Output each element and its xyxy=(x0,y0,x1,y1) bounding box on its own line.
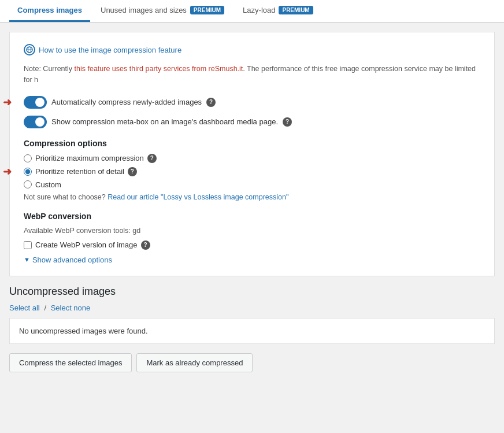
tab-unused[interactable]: Unused images and sizes PREMIUM xyxy=(92,0,232,22)
radio-max-label[interactable]: Prioritize maximum compression xyxy=(35,154,144,162)
auto-compress-help-icon[interactable]: ? xyxy=(206,98,216,107)
radio-detail-label[interactable]: Prioritize retention of detail xyxy=(35,167,124,176)
meta-box-label: Show compression meta-box on an image's … xyxy=(51,117,278,126)
tab-compress-label: Compress images xyxy=(17,6,82,14)
meta-box-help-icon[interactable]: ? xyxy=(283,117,292,127)
auto-compress-toggle[interactable] xyxy=(24,96,47,109)
detail-help-icon[interactable]: ? xyxy=(128,167,137,176)
radio-detail-input[interactable] xyxy=(24,168,32,176)
no-images-text: No uncompressed images were found. xyxy=(19,327,148,335)
radio-max-compression: Prioritize maximum compression ? xyxy=(24,154,480,163)
tab-unused-label: Unused images and sizes xyxy=(101,6,187,14)
webp-tools-text: Available WebP conversion tools: gd xyxy=(24,227,480,235)
unused-badge: PREMIUM xyxy=(190,6,224,14)
no-images-box: No uncompressed images were found. xyxy=(9,318,495,344)
radio-custom: Custom xyxy=(24,180,480,189)
create-webp-checkbox[interactable] xyxy=(24,241,32,249)
meta-box-row: Show compression meta-box on an image's … xyxy=(24,116,480,128)
uncompressed-title: Uncompressed images xyxy=(9,286,495,298)
page-wrapper: Compress images Unused images and sizes … xyxy=(0,0,504,433)
create-webp-help-icon[interactable]: ? xyxy=(141,240,150,250)
tab-lazyload-label: Lazy-load xyxy=(243,6,275,14)
how-to-link[interactable]: How to use the image compression feature xyxy=(24,44,480,55)
radio-retention-detail: ➜ Prioritize retention of detail ? xyxy=(24,167,480,176)
main-content: How to use the image compression feature… xyxy=(0,32,504,382)
webp-title: WebP conversion xyxy=(24,212,480,221)
radio-max-input[interactable] xyxy=(24,154,32,162)
settings-panel: How to use the image compression feature… xyxy=(9,32,495,276)
not-sure-text: Not sure what to choose? Read our articl… xyxy=(24,193,480,201)
meta-box-toggle[interactable] xyxy=(24,116,47,128)
tabs-bar: Compress images Unused images and sizes … xyxy=(0,0,504,23)
not-sure-prefix: Not sure what to choose? xyxy=(24,193,106,201)
globe-icon xyxy=(24,44,35,55)
article-link[interactable]: Read our article "Lossy vs Lossless imag… xyxy=(108,193,288,201)
advanced-link-label: Show advanced options xyxy=(32,256,112,264)
arrow-indicator-2: ➜ xyxy=(3,165,12,178)
lazyload-badge: PREMIUM xyxy=(279,6,313,14)
create-webp-row: Create WebP version of image ? xyxy=(24,240,480,250)
select-all-link[interactable]: Select all xyxy=(9,304,40,312)
how-to-link-text: How to use the image compression feature xyxy=(39,46,181,54)
compression-options-title: Compression options xyxy=(24,139,480,148)
note-highlight: this feature uses third party services f… xyxy=(75,65,243,73)
max-compression-help-icon[interactable]: ? xyxy=(147,154,157,163)
article-link-text: Read our article "Lossy vs Lossless imag… xyxy=(108,193,288,201)
chevron-down-icon: ▼ xyxy=(24,256,30,263)
select-divider: / xyxy=(44,304,46,312)
mark-compressed-button[interactable]: Mark as already compressed xyxy=(136,353,253,372)
footer-buttons: Compress the selected images Mark as alr… xyxy=(9,353,495,382)
arrow-indicator-1: ➜ xyxy=(3,96,12,109)
select-none-link[interactable]: Select none xyxy=(51,304,91,312)
auto-compress-label: Automatically compress newly-added image… xyxy=(51,98,202,106)
tab-compress[interactable]: Compress images xyxy=(9,0,90,22)
auto-compress-row: ➜ Automatically compress newly-added ima… xyxy=(24,96,480,109)
uncompressed-section: Uncompressed images Select all / Select … xyxy=(9,286,495,382)
radio-custom-label[interactable]: Custom xyxy=(35,180,61,189)
advanced-options-link[interactable]: ▼ Show advanced options xyxy=(24,256,480,264)
create-webp-label[interactable]: Create WebP version of image xyxy=(35,240,138,249)
tab-lazyload[interactable]: Lazy-load PREMIUM xyxy=(235,0,321,22)
compress-selected-button[interactable]: Compress the selected images xyxy=(9,353,132,372)
select-links: Select all / Select none xyxy=(9,304,495,312)
radio-custom-input[interactable] xyxy=(24,180,32,188)
note-text: Note: Currently this feature uses third … xyxy=(24,64,480,86)
